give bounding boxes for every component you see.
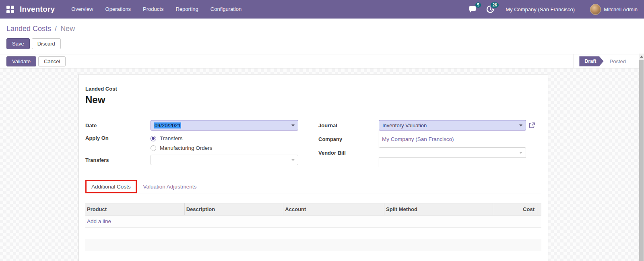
vendor-bill-row: Vendor Bill <box>318 147 536 158</box>
statusbar: Draft Posted <box>573 54 632 68</box>
date-value: 09/20/2021 <box>154 122 181 128</box>
breadcrumb: Landed Costs / New <box>6 24 638 33</box>
radio-manufacturing-orders[interactable]: Manufacturing Orders <box>151 145 213 151</box>
column-trailing <box>537 203 541 215</box>
additional-costs-table: Product Description Account Split Method… <box>85 203 541 261</box>
vendor-bill-label: Vendor Bill <box>318 150 379 156</box>
user-avatar <box>590 4 601 15</box>
form-group-right: Journal Inventory Valuation Company <box>318 120 536 168</box>
company-switcher[interactable]: My Company (San Francisco) <box>506 6 575 12</box>
record-title: New <box>85 94 541 106</box>
cancel-button[interactable]: Cancel <box>38 56 66 66</box>
record-subtitle: Landed Cost <box>85 86 541 92</box>
user-menu[interactable]: Mitchell Admin <box>590 4 638 15</box>
column-description[interactable]: Description <box>185 203 284 215</box>
record-title-block: Landed Cost New <box>85 86 541 106</box>
scrollbar-thumb[interactable] <box>639 60 644 261</box>
company-row: Company My Company (San Francisco) <box>318 134 536 144</box>
date-field[interactable]: 09/20/2021 <box>151 120 298 130</box>
validate-button[interactable]: Validate <box>6 56 36 66</box>
empty-row <box>85 228 541 239</box>
journal-row: Journal Inventory Valuation <box>318 120 536 130</box>
nav-item-products[interactable]: Products <box>137 0 169 19</box>
form-toolbar: Validate Cancel Draft Posted <box>0 54 644 68</box>
vendor-bill-field[interactable] <box>379 147 526 158</box>
save-button[interactable]: Save <box>6 38 30 49</box>
apply-on-label: Apply On <box>85 134 151 141</box>
journal-label: Journal <box>318 122 379 128</box>
form-group-left: Date 09/20/2021 Apply On Transfers <box>85 120 298 168</box>
journal-field[interactable]: Inventory Valuation <box>379 120 526 130</box>
chevron-down-icon[interactable] <box>291 124 295 126</box>
breadcrumb-current: New <box>60 25 75 33</box>
form-fields: Date 09/20/2021 Apply On Transfers <box>85 120 541 168</box>
messages-icon[interactable]: 5 <box>468 4 477 14</box>
radio-transfers[interactable]: Transfers <box>151 135 213 142</box>
breadcrumb-separator: / <box>53 25 58 33</box>
date-row: Date 09/20/2021 <box>85 120 298 130</box>
content-area: Landed Cost New Date 09/20/2021 Apply On <box>0 68 644 261</box>
chevron-down-icon[interactable] <box>291 159 295 161</box>
breadcrumb-landed-costs[interactable]: Landed Costs <box>6 25 51 33</box>
apps-menu-icon[interactable] <box>6 6 14 13</box>
nav-item-configuration[interactable]: Configuration <box>204 0 248 19</box>
external-link-icon[interactable] <box>528 122 536 129</box>
apply-on-row: Apply On Transfers Manufacturing Orders <box>85 134 298 151</box>
column-split-method[interactable]: Split Method <box>384 203 493 215</box>
column-product[interactable]: Product <box>85 203 185 215</box>
control-panel: Landed Costs / New Save Discard <box>0 19 644 54</box>
add-a-line-link[interactable]: Add a line <box>85 218 111 224</box>
transfers-row: Transfers <box>85 155 298 165</box>
messages-badge: 5 <box>475 2 481 8</box>
tab-additional-costs[interactable]: Additional Costs <box>85 180 137 193</box>
discard-button[interactable]: Discard <box>32 38 61 49</box>
scrollbar-up-arrow[interactable] <box>639 54 644 60</box>
form-sheet: Landed Cost New Date 09/20/2021 Apply On <box>78 74 548 261</box>
journal-value: Inventory Valuation <box>382 122 427 128</box>
empty-row <box>85 251 541 261</box>
empty-row <box>85 239 541 251</box>
status-draft[interactable]: Draft <box>579 56 603 66</box>
tab-valuation-adjustments[interactable]: Valuation Adjustments <box>137 180 203 193</box>
company-label: Company <box>318 136 379 142</box>
date-label: Date <box>85 122 151 128</box>
column-cost[interactable]: Cost <box>493 203 537 215</box>
vertical-scrollbar[interactable] <box>639 54 644 261</box>
company-value[interactable]: My Company (San Francisco) <box>382 136 454 142</box>
radio-selected-icon[interactable] <box>151 136 156 141</box>
status-posted[interactable]: Posted <box>604 58 632 64</box>
table-row: Add a line <box>85 215 541 228</box>
apply-on-options: Transfers Manufacturing Orders <box>151 134 213 151</box>
table-header-row: Product Description Account Split Method… <box>85 203 541 215</box>
column-account[interactable]: Account <box>283 203 384 215</box>
app-title[interactable]: Inventory <box>20 5 55 14</box>
transfers-label: Transfers <box>85 157 151 163</box>
radio-manufacturing-label: Manufacturing Orders <box>160 145 213 151</box>
nav-item-overview[interactable]: Overview <box>65 0 99 19</box>
nav-item-operations[interactable]: Operations <box>99 0 137 19</box>
chat-bubble-icon <box>469 6 477 13</box>
radio-unselected-icon[interactable] <box>151 145 156 151</box>
notebook-tabs: Additional Costs Valuation Adjustments <box>85 179 541 193</box>
chevron-down-icon[interactable] <box>519 124 522 126</box>
activities-icon[interactable]: 26 <box>485 4 495 14</box>
chevron-down-icon[interactable] <box>519 152 522 154</box>
top-navbar: Inventory Overview Operations Products R… <box>0 0 644 19</box>
user-name: Mitchell Admin <box>604 6 638 12</box>
radio-transfers-label: Transfers <box>160 135 183 141</box>
transfers-field[interactable] <box>151 155 298 165</box>
activities-badge: 26 <box>491 2 499 8</box>
nav-item-reporting[interactable]: Reporting <box>169 0 204 19</box>
